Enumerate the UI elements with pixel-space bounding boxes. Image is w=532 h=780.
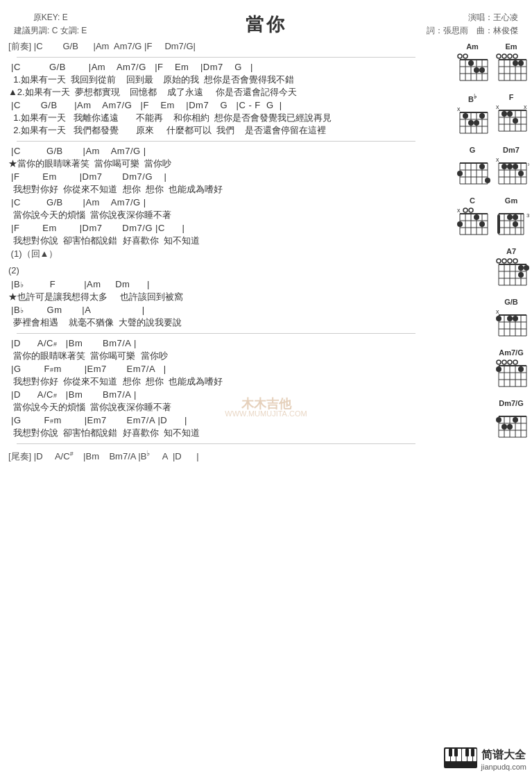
diagram-dm7-label: Dm7 (503, 146, 520, 154)
outro-chords: |D A/C# |Bm Bm7/A |B♭ A |D | (31, 448, 198, 464)
svg-point-166 (496, 366, 501, 372)
diagram-g-label: G (470, 146, 476, 154)
svg-point-150 (507, 316, 513, 321)
svg-text:x: x (528, 161, 529, 167)
diagram-em-label: Em (505, 42, 517, 51)
svg-point-120 (513, 221, 518, 227)
diagram-gm-label: Gm (505, 196, 517, 205)
diagram-f: F x x (493, 93, 529, 142)
svg-text:x: x (457, 105, 461, 112)
section2-lyric1: ★也許可是讓我想得太多 也許該回到被窩 (8, 291, 424, 303)
diagram-a7: A7 (493, 247, 529, 294)
verse1-lyric1a: 1.如果有一天 我回到從前 回到最 原始的我 想你是否會覺得我不錯 (8, 74, 424, 86)
svg-point-123 (508, 259, 512, 263)
svg-point-155 (513, 360, 517, 364)
svg-point-60 (513, 118, 518, 124)
svg-point-29 (513, 60, 518, 66)
svg-point-13 (474, 67, 479, 73)
keyd-chords4: |G F#m |Em7 Em7/A |D | (8, 415, 424, 425)
bottom-logo: 简谱大全 jianpudq.com (444, 745, 526, 774)
verse1-chord-row1: |C G/B |Am Am7/G |F Em |Dm7 G | (8, 62, 424, 72)
svg-point-89 (518, 171, 524, 176)
outro-line: [尾奏] |D A/C# |Bm Bm7/A |B♭ A |D | (8, 448, 424, 464)
svg-text:x: x (496, 308, 499, 315)
svg-point-14 (479, 67, 485, 73)
section2-chord-row1: |B♭ F |Am Dm | (8, 279, 424, 289)
meta-right: 演唱：王心凌 詞：張思雨 曲：林俊傑 (427, 11, 518, 37)
svg-rect-192 (471, 749, 474, 756)
diagram-em: Em (493, 42, 529, 89)
svg-point-71 (457, 171, 463, 176)
svg-point-180 (507, 424, 513, 430)
svg-rect-190 (454, 749, 458, 756)
svg-text:x: x (496, 103, 499, 110)
piano-svg (444, 745, 477, 770)
svg-point-42 (463, 113, 468, 119)
performer: 演唱：王心凌 (427, 11, 518, 24)
svg-point-149 (496, 316, 501, 321)
svg-point-86 (501, 164, 507, 169)
svg-rect-117 (497, 214, 500, 234)
logo-cn: 简谱大全 (481, 748, 526, 763)
diagram-bb-label: B♭ (468, 93, 477, 103)
chorus-chords2: |F Em |Dm7 Dm7/G | (8, 171, 424, 182)
svg-point-45 (479, 113, 485, 119)
diagram-dm7g-label: Dm7/G (499, 399, 523, 407)
svg-point-118 (507, 214, 513, 220)
intro-line: [前奏] |C G/B |Am Am7/G |F Dm7/G| (8, 40, 424, 53)
chorus-chord-row1: |C G/B |Am Am7/G | (8, 146, 424, 156)
suggested-key: 建議男調: C 女調: E (14, 24, 87, 37)
svg-point-88 (513, 164, 518, 169)
diagram-am: Am (454, 42, 490, 89)
diagram-am7g-svg (493, 357, 529, 395)
diagram-c-label: C (470, 196, 475, 205)
keyd-lyric2: 我想對你好 你從來不知道 想你 想你 也能成為嗜好 (8, 375, 424, 388)
diagram-f-label: F (509, 93, 514, 101)
svg-point-136 (524, 265, 529, 271)
svg-point-119 (513, 214, 518, 220)
main-content: [前奏] |C G/B |Am Am7/G |F Dm7/G| |C G/B |… (0, 40, 532, 464)
svg-point-43 (468, 120, 474, 126)
diagram-bb-svg: x (454, 104, 490, 142)
divider3 (17, 333, 415, 334)
chorus-lyric3: 當你說今天的煩惱 當你說夜深你睡不著 (8, 209, 424, 221)
keyd-chords3: |D A/C# |Bm Bm7/A | (8, 389, 424, 400)
svg-text:x: x (496, 156, 499, 163)
chorus-chord-row3: |C G/B |Am Am7/G | (8, 197, 424, 207)
diagram-dm7-svg: x x (493, 155, 529, 192)
diagram-c: C x (454, 196, 490, 243)
svg-point-26 (502, 54, 506, 58)
section2-chords2: |B♭ Gm |A | (8, 305, 424, 315)
divider4 (17, 443, 415, 444)
svg-rect-189 (449, 749, 452, 756)
svg-point-73 (485, 178, 490, 183)
chorus-chord-row2: |F Em |Dm7 Dm7/G | (8, 171, 424, 182)
divider2 (17, 141, 415, 142)
svg-point-44 (474, 120, 479, 126)
keyd-chords2: |G F#m |Em7 Em7/A | (8, 364, 424, 374)
diagram-c-svg: x (454, 205, 490, 243)
keyd-lyric4: 我想對你說 卻害怕都說錯 好喜歡你 知不知道 (8, 427, 424, 439)
svg-point-122 (502, 259, 506, 263)
divider1 (17, 57, 415, 58)
svg-point-30 (518, 60, 524, 66)
diagram-a7-label: A7 (506, 247, 516, 255)
piano-icon (444, 745, 477, 774)
diagram-gb: G/B x (493, 298, 529, 344)
diagram-bb: B♭ x (454, 93, 490, 142)
diagram-gb-svg: x (493, 307, 529, 344)
svg-point-151 (513, 316, 518, 321)
svg-point-27 (508, 54, 512, 58)
svg-text:x: x (457, 207, 461, 214)
svg-text:3: 3 (526, 212, 529, 219)
chorus-chords1: |C G/B |Am Am7/G | (8, 146, 424, 156)
svg-point-135 (518, 265, 524, 271)
svg-point-25 (497, 54, 501, 58)
svg-text:x: x (524, 103, 527, 110)
svg-point-28 (513, 54, 517, 58)
svg-point-10 (458, 54, 462, 58)
section2-lyric2: 夢裡會相遇 就毫不猶像 大聲的說我要說 (8, 316, 424, 329)
logo-en: jianpudq.com (481, 763, 526, 771)
verse1-chord-row2: |C G/B |Am Am7/G |F Em |Dm7 G |C - F G | (8, 100, 424, 110)
chorus-chord-row4: |F Em |Dm7 Dm7/G |C | (8, 223, 424, 233)
